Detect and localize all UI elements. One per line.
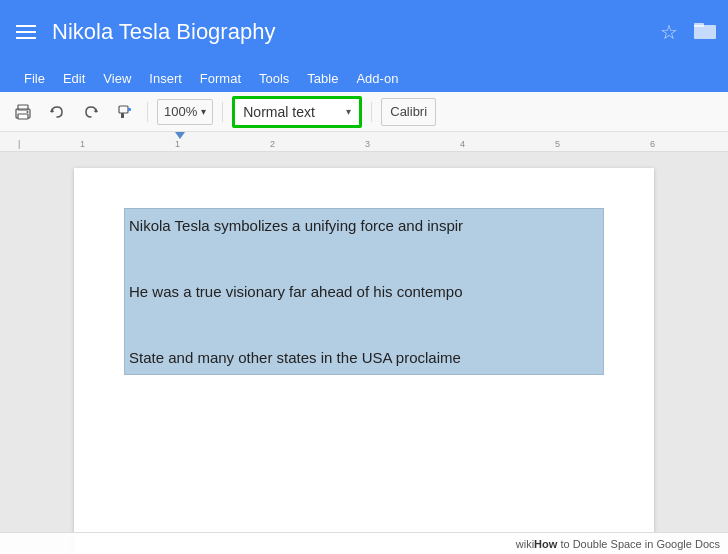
font-selector[interactable]: Calibri xyxy=(381,98,436,126)
text-style-dropdown-arrow: ▾ xyxy=(346,106,351,117)
text-line-1: Nikola Tesla symbolizes a unifying force… xyxy=(125,209,603,242)
menu-addons[interactable]: Add-on xyxy=(348,69,406,88)
ruler-mark-7: 6 xyxy=(650,139,655,149)
wikihow-prefix: wiki xyxy=(516,538,534,550)
ruler-mark-6: 5 xyxy=(555,139,560,149)
ruler-indent-marker[interactable] xyxy=(175,132,185,139)
ruler-inner: | 1 1 2 3 4 5 6 xyxy=(0,132,728,151)
undo-button[interactable] xyxy=(42,98,72,126)
text-line-5: State and many other states in the USA p… xyxy=(125,341,603,374)
document-selected-text[interactable]: Nikola Tesla symbolizes a unifying force… xyxy=(124,208,604,375)
star-icon[interactable]: ☆ xyxy=(660,20,678,44)
menu-tools[interactable]: Tools xyxy=(251,69,297,88)
document-area: Nikola Tesla symbolizes a unifying force… xyxy=(0,152,728,554)
svg-rect-1 xyxy=(694,23,704,27)
zoom-value: 100% xyxy=(164,104,197,119)
hamburger-menu-button[interactable] xyxy=(12,21,40,43)
menu-file[interactable]: File xyxy=(16,69,53,88)
toolbar-separator-3 xyxy=(371,102,372,122)
wikihow-logo: wikiHow to Double Space in Google Docs xyxy=(516,538,720,550)
font-name: Calibri xyxy=(390,104,427,119)
print-button[interactable] xyxy=(8,98,38,126)
text-style-label: Normal text xyxy=(243,104,315,120)
svg-point-5 xyxy=(27,111,29,113)
menu-bar: File Edit View Insert Format Tools Table… xyxy=(0,64,728,92)
zoom-selector[interactable]: 100% ▾ xyxy=(157,99,213,125)
ruler-mark-0: | xyxy=(18,139,20,149)
menu-view[interactable]: View xyxy=(95,69,139,88)
folder-icon[interactable] xyxy=(694,21,716,44)
svg-rect-0 xyxy=(694,25,716,39)
ruler-mark-4: 3 xyxy=(365,139,370,149)
document-page[interactable]: Nikola Tesla symbolizes a unifying force… xyxy=(74,168,654,554)
toolbar-separator-1 xyxy=(147,102,148,122)
wikihow-watermark: wikiHow to Double Space in Google Docs xyxy=(0,532,728,554)
menu-edit[interactable]: Edit xyxy=(55,69,93,88)
document-title[interactable]: Nikola Tesla Biography xyxy=(52,19,640,45)
wikihow-suffix: to Double Space in Google Docs xyxy=(557,538,720,550)
menu-format[interactable]: Format xyxy=(192,69,249,88)
text-line-3: He was a true visionary far ahead of his… xyxy=(125,275,603,308)
toolbar: 100% ▾ Normal text ▾ Calibri xyxy=(0,92,728,132)
wikihow-brand: How xyxy=(534,538,557,550)
redo-button[interactable] xyxy=(76,98,106,126)
menu-table[interactable]: Table xyxy=(299,69,346,88)
paint-format-button[interactable] xyxy=(110,98,140,126)
header-bar: Nikola Tesla Biography ☆ xyxy=(0,0,728,64)
text-line-2 xyxy=(125,242,603,275)
text-line-4 xyxy=(125,308,603,341)
ruler-mark-3: 2 xyxy=(270,139,275,149)
ruler: | 1 1 2 3 4 5 6 xyxy=(0,132,728,152)
ruler-mark-2: 1 xyxy=(175,139,180,149)
svg-rect-9 xyxy=(121,113,124,118)
menu-insert[interactable]: Insert xyxy=(141,69,190,88)
toolbar-separator-2 xyxy=(222,102,223,122)
zoom-dropdown-arrow: ▾ xyxy=(201,106,206,117)
ruler-mark-1: 1 xyxy=(80,139,85,149)
svg-rect-10 xyxy=(128,108,131,111)
text-style-selector[interactable]: Normal text ▾ xyxy=(232,96,362,128)
ruler-mark-5: 4 xyxy=(460,139,465,149)
svg-rect-8 xyxy=(119,106,128,113)
svg-rect-4 xyxy=(18,114,28,119)
